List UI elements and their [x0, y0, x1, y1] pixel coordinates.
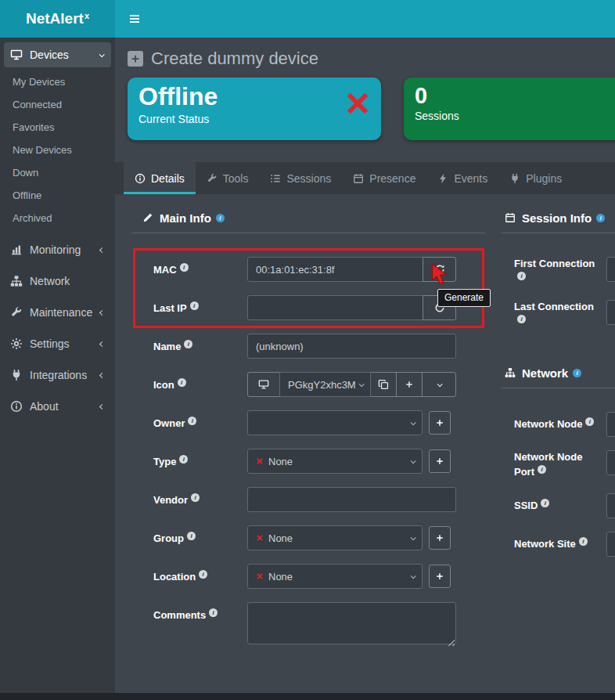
chevron-left-icon [99, 341, 105, 346]
sitemap-icon [10, 275, 23, 287]
chevron-left-icon [99, 309, 105, 315]
tab-label: Events [454, 172, 487, 185]
owner-select[interactable] [247, 410, 423, 435]
chevron-down-icon [359, 381, 365, 387]
wrench-icon [10, 306, 23, 319]
tab-plugins[interactable]: Plugins [498, 162, 573, 194]
type-select[interactable]: None [247, 449, 423, 474]
info-icon [180, 263, 189, 272]
sessions-card[interactable]: 0 Sessions [404, 78, 615, 140]
info-icon [190, 301, 199, 310]
info-icon [184, 340, 192, 348]
sidebar: Devices My Devices Connected Favorites N… [0, 38, 115, 700]
add-location-button[interactable] [429, 565, 451, 588]
last-connection-label: Last Connection [514, 300, 599, 330]
tab-tools[interactable]: Tools [196, 162, 260, 194]
sidebar-item-integrations[interactable]: Integrations [0, 359, 115, 391]
location-select[interactable]: None [247, 564, 423, 589]
network-site-label: Network Site [514, 537, 588, 552]
section-divider [131, 233, 485, 233]
info-icon [596, 214, 605, 222]
sidebar-subitem-offline[interactable]: Offline [0, 184, 115, 207]
group-select[interactable]: None [247, 525, 423, 550]
icon-dropdown-button[interactable] [422, 372, 456, 397]
tab-label: Details [151, 172, 185, 185]
network-node-port-input[interactable] [606, 450, 615, 475]
sidebar-item-maintenance[interactable]: Maintenance [0, 297, 115, 328]
owner-label: Owner [131, 417, 247, 429]
netalertx-app: NetAlertx Devices My Devices Connected F… [0, 0, 615, 700]
tab-details[interactable]: Details [124, 162, 196, 194]
vendor-input[interactable] [247, 487, 456, 512]
last-ip-input[interactable] [247, 295, 423, 320]
ssid-input[interactable] [606, 493, 615, 518]
sidebar-item-label: Settings [30, 337, 70, 350]
tab-label: Sessions [286, 172, 331, 185]
last-ip-label: Last IP [131, 301, 247, 314]
brand-superscript: x [85, 11, 89, 20]
monitor-icon [10, 49, 23, 61]
chevron-down-icon [411, 458, 416, 464]
name-input[interactable] [247, 334, 456, 359]
page-header: Create dummy device [128, 47, 615, 70]
info-icon [538, 465, 546, 474]
name-row: Name [131, 334, 485, 359]
chevron-down-icon [437, 381, 442, 387]
pencil-icon [142, 212, 153, 223]
info-circle-icon [10, 400, 23, 413]
sessions-count: 0 [404, 78, 615, 107]
add-icon-button[interactable] [396, 372, 423, 397]
sidebar-item-label: Integrations [30, 369, 87, 381]
mac-input[interactable] [247, 257, 423, 282]
last-connection-row: Last Connection [501, 300, 615, 330]
tab-label: Plugins [526, 172, 562, 185]
current-status-card[interactable]: Offline Current Status [128, 78, 381, 140]
network-site-input[interactable] [606, 532, 615, 557]
plus-icon [435, 533, 444, 543]
info-icon [216, 214, 225, 222]
last-connection-input[interactable] [606, 300, 615, 325]
group-label: Group [131, 532, 247, 544]
network-node-input[interactable] [606, 412, 615, 437]
copy-icon-button[interactable] [370, 372, 397, 397]
sidebar-subitem-my-devices[interactable]: My Devices [0, 70, 115, 93]
info-icon [517, 272, 526, 280]
tab-presence[interactable]: Presence [342, 162, 426, 194]
icon-preview-button[interactable] [247, 372, 280, 397]
red-x-icon [256, 572, 264, 580]
tab-label: Tools [223, 172, 249, 185]
sidebar-item-network[interactable]: Network [0, 265, 115, 297]
icon-select[interactable]: PGkgY2xhc3M [279, 372, 371, 397]
tab-events[interactable]: Events [426, 162, 498, 194]
plus-icon [435, 456, 444, 466]
mac-label: MAC [131, 263, 247, 276]
add-owner-button[interactable] [429, 411, 451, 435]
chevron-left-icon [99, 403, 105, 409]
network-node-port-label: Network Node Port [514, 450, 599, 480]
plug-icon [509, 173, 520, 184]
sidebar-item-about[interactable]: About [0, 391, 115, 422]
tab-sessions[interactable]: Sessions [259, 162, 342, 194]
devices-submenu: My Devices Connected Favorites New Devic… [0, 67, 115, 234]
comments-textarea[interactable] [247, 602, 456, 644]
first-connection-input[interactable] [606, 257, 615, 282]
sidebar-item-label: Network [30, 275, 70, 287]
info-icon [517, 315, 526, 323]
sidebar-item-monitoring[interactable]: Monitoring [0, 234, 115, 265]
app-logo[interactable]: NetAlertx [0, 0, 115, 38]
first-connection-label: First Connection [514, 257, 599, 287]
sidebar-subitem-archived[interactable]: Archived [0, 207, 115, 229]
add-type-button[interactable] [429, 449, 451, 473]
sidebar-subitem-connected[interactable]: Connected [0, 93, 115, 116]
sidebar-subitem-favorites[interactable]: Favorites [0, 116, 115, 139]
info-icon [573, 369, 581, 377]
chevron-left-icon [99, 247, 105, 252]
icon-select-value: PGkgY2xhc3M [288, 379, 356, 391]
sidebar-item-settings[interactable]: Settings [0, 328, 115, 359]
sidebar-subitem-down[interactable]: Down [0, 161, 115, 184]
add-group-button[interactable] [429, 526, 451, 550]
sidebar-toggle-button[interactable] [128, 11, 144, 27]
sidebar-subitem-new-devices[interactable]: New Devices [0, 139, 115, 161]
sidebar-item-devices[interactable]: Devices [4, 42, 111, 67]
red-x-icon [256, 457, 264, 465]
